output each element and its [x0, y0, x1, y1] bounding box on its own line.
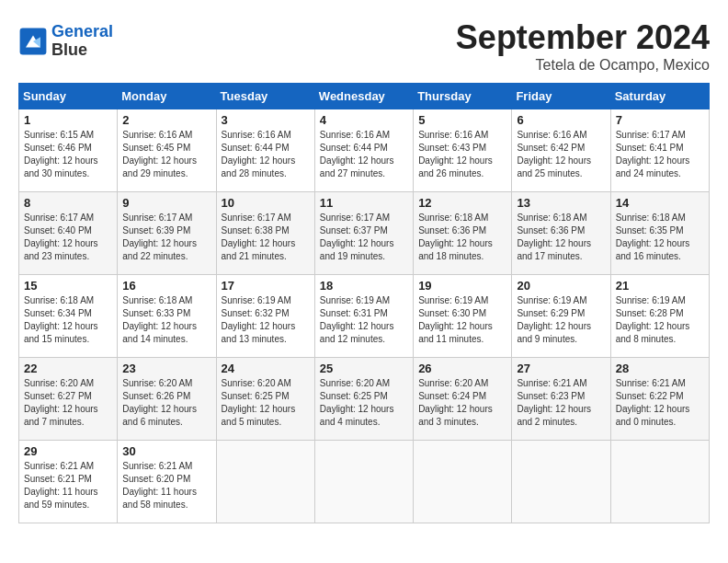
- calendar-cell-22: 22Sunrise: 6:20 AM Sunset: 6:27 PM Dayli…: [19, 358, 118, 441]
- weekday-header-tuesday: Tuesday: [216, 84, 314, 109]
- calendar-cell-11: 11Sunrise: 6:17 AM Sunset: 6:37 PM Dayli…: [314, 192, 413, 275]
- calendar-cell-28: 28Sunrise: 6:21 AM Sunset: 6:22 PM Dayli…: [610, 358, 709, 441]
- calendar-cell-21: 21Sunrise: 6:19 AM Sunset: 6:28 PM Dayli…: [610, 275, 709, 358]
- day-text-21: Sunrise: 6:19 AM Sunset: 6:28 PM Dayligh…: [616, 294, 704, 346]
- day-number-3: 3: [222, 113, 310, 127]
- day-number-14: 14: [616, 196, 704, 210]
- day-number-24: 24: [222, 362, 310, 375]
- calendar-cell-19: 19Sunrise: 6:19 AM Sunset: 6:30 PM Dayli…: [414, 275, 512, 358]
- day-number-25: 25: [320, 362, 408, 375]
- day-number-23: 23: [122, 362, 210, 375]
- month-title: September 2024: [456, 18, 710, 57]
- calendar-cell-15: 15Sunrise: 6:18 AM Sunset: 6:34 PM Dayli…: [19, 275, 118, 358]
- calendar-cell-26: 26Sunrise: 6:20 AM Sunset: 6:24 PM Dayli…: [414, 358, 512, 441]
- weekday-header-friday: Friday: [512, 84, 610, 109]
- day-number-13: 13: [517, 196, 605, 210]
- day-text-1: Sunrise: 6:15 AM Sunset: 6:46 PM Dayligh…: [24, 129, 112, 180]
- day-number-30: 30: [122, 444, 210, 458]
- calendar-cell-empty-4-3: [314, 441, 413, 523]
- calendar-cell-23: 23Sunrise: 6:20 AM Sunset: 6:26 PM Dayli…: [118, 358, 216, 441]
- day-text-5: Sunrise: 6:16 AM Sunset: 6:43 PM Dayligh…: [418, 129, 506, 180]
- calendar-week-4: 22Sunrise: 6:20 AM Sunset: 6:27 PM Dayli…: [19, 358, 710, 441]
- day-text-2: Sunrise: 6:16 AM Sunset: 6:45 PM Dayligh…: [122, 129, 210, 180]
- calendar-cell-25: 25Sunrise: 6:20 AM Sunset: 6:25 PM Dayli…: [314, 358, 413, 441]
- calendar-cell-7: 7Sunrise: 6:17 AM Sunset: 6:41 PM Daylig…: [610, 109, 709, 192]
- calendar-cell-9: 9Sunrise: 6:17 AM Sunset: 6:39 PM Daylig…: [118, 192, 216, 275]
- calendar-cell-10: 10Sunrise: 6:17 AM Sunset: 6:38 PM Dayli…: [216, 192, 314, 275]
- day-text-12: Sunrise: 6:18 AM Sunset: 6:36 PM Dayligh…: [418, 212, 506, 263]
- day-number-2: 2: [122, 113, 210, 127]
- day-number-22: 22: [24, 362, 112, 375]
- logo: General Blue: [18, 23, 113, 60]
- calendar-cell-empty-4-4: [414, 441, 512, 523]
- day-text-17: Sunrise: 6:19 AM Sunset: 6:32 PM Dayligh…: [222, 294, 310, 346]
- calendar-cell-5: 5Sunrise: 6:16 AM Sunset: 6:43 PM Daylig…: [414, 109, 512, 192]
- calendar-cell-27: 27Sunrise: 6:21 AM Sunset: 6:23 PM Dayli…: [512, 358, 610, 441]
- day-number-17: 17: [222, 279, 310, 293]
- weekday-header-wednesday: Wednesday: [314, 84, 413, 109]
- day-text-4: Sunrise: 6:16 AM Sunset: 6:44 PM Dayligh…: [320, 129, 408, 180]
- calendar-week-3: 15Sunrise: 6:18 AM Sunset: 6:34 PM Dayli…: [19, 275, 710, 358]
- day-number-10: 10: [222, 196, 310, 210]
- day-number-27: 27: [517, 362, 605, 375]
- calendar-cell-12: 12Sunrise: 6:18 AM Sunset: 6:36 PM Dayli…: [414, 192, 512, 275]
- calendar-cell-8: 8Sunrise: 6:17 AM Sunset: 6:40 PM Daylig…: [19, 192, 118, 275]
- title-block: September 2024 Tetela de Ocampo, Mexico: [456, 18, 710, 74]
- calendar-table: SundayMondayTuesdayWednesdayThursdayFrid…: [18, 83, 710, 523]
- day-text-9: Sunrise: 6:17 AM Sunset: 6:39 PM Dayligh…: [122, 212, 210, 263]
- day-number-12: 12: [418, 196, 506, 210]
- weekday-header-row: SundayMondayTuesdayWednesdayThursdayFrid…: [19, 84, 710, 109]
- day-text-30: Sunrise: 6:21 AM Sunset: 6:20 PM Dayligh…: [122, 460, 210, 511]
- day-number-29: 29: [24, 444, 112, 458]
- day-number-19: 19: [418, 279, 506, 293]
- calendar-cell-16: 16Sunrise: 6:18 AM Sunset: 6:33 PM Dayli…: [118, 275, 216, 358]
- day-text-27: Sunrise: 6:21 AM Sunset: 6:23 PM Dayligh…: [517, 377, 605, 429]
- day-text-22: Sunrise: 6:20 AM Sunset: 6:27 PM Dayligh…: [24, 377, 112, 429]
- calendar-cell-2: 2Sunrise: 6:16 AM Sunset: 6:45 PM Daylig…: [118, 109, 216, 192]
- calendar-cell-6: 6Sunrise: 6:16 AM Sunset: 6:42 PM Daylig…: [512, 109, 610, 192]
- weekday-header-monday: Monday: [118, 84, 216, 109]
- day-number-15: 15: [24, 279, 112, 293]
- day-number-9: 9: [122, 196, 210, 210]
- day-text-14: Sunrise: 6:18 AM Sunset: 6:35 PM Dayligh…: [616, 212, 704, 263]
- day-text-26: Sunrise: 6:20 AM Sunset: 6:24 PM Dayligh…: [418, 377, 506, 429]
- calendar-cell-empty-4-6: [610, 441, 709, 523]
- calendar-cell-3: 3Sunrise: 6:16 AM Sunset: 6:44 PM Daylig…: [216, 109, 314, 192]
- day-text-8: Sunrise: 6:17 AM Sunset: 6:40 PM Dayligh…: [24, 212, 112, 263]
- calendar-week-2: 8Sunrise: 6:17 AM Sunset: 6:40 PM Daylig…: [19, 192, 710, 275]
- logo-icon: [18, 27, 48, 56]
- calendar-cell-24: 24Sunrise: 6:20 AM Sunset: 6:25 PM Dayli…: [216, 358, 314, 441]
- calendar-week-5: 29Sunrise: 6:21 AM Sunset: 6:21 PM Dayli…: [19, 441, 710, 523]
- day-number-7: 7: [616, 113, 704, 127]
- day-text-18: Sunrise: 6:19 AM Sunset: 6:31 PM Dayligh…: [320, 294, 408, 346]
- day-text-23: Sunrise: 6:20 AM Sunset: 6:26 PM Dayligh…: [122, 377, 210, 429]
- page-header: General Blue September 2024 Tetela de Oc…: [18, 18, 710, 74]
- day-text-16: Sunrise: 6:18 AM Sunset: 6:33 PM Dayligh…: [122, 294, 210, 346]
- day-number-26: 26: [418, 362, 506, 375]
- day-number-4: 4: [320, 113, 408, 127]
- weekday-header-thursday: Thursday: [414, 84, 512, 109]
- calendar-cell-17: 17Sunrise: 6:19 AM Sunset: 6:32 PM Dayli…: [216, 275, 314, 358]
- day-number-20: 20: [517, 279, 605, 293]
- calendar-cell-empty-4-5: [512, 441, 610, 523]
- day-text-3: Sunrise: 6:16 AM Sunset: 6:44 PM Dayligh…: [222, 129, 310, 180]
- day-number-11: 11: [320, 196, 408, 210]
- day-number-1: 1: [24, 113, 112, 127]
- calendar-cell-20: 20Sunrise: 6:19 AM Sunset: 6:29 PM Dayli…: [512, 275, 610, 358]
- day-text-20: Sunrise: 6:19 AM Sunset: 6:29 PM Dayligh…: [517, 294, 605, 346]
- logo-text: General Blue: [51, 23, 113, 60]
- day-text-24: Sunrise: 6:20 AM Sunset: 6:25 PM Dayligh…: [222, 377, 310, 429]
- day-number-21: 21: [616, 279, 704, 293]
- weekday-header-saturday: Saturday: [610, 84, 709, 109]
- calendar-cell-18: 18Sunrise: 6:19 AM Sunset: 6:31 PM Dayli…: [314, 275, 413, 358]
- calendar-cell-14: 14Sunrise: 6:18 AM Sunset: 6:35 PM Dayli…: [610, 192, 709, 275]
- calendar-cell-29: 29Sunrise: 6:21 AM Sunset: 6:21 PM Dayli…: [19, 441, 118, 523]
- day-text-10: Sunrise: 6:17 AM Sunset: 6:38 PM Dayligh…: [222, 212, 310, 263]
- day-number-8: 8: [24, 196, 112, 210]
- calendar-cell-13: 13Sunrise: 6:18 AM Sunset: 6:36 PM Dayli…: [512, 192, 610, 275]
- day-text-25: Sunrise: 6:20 AM Sunset: 6:25 PM Dayligh…: [320, 377, 408, 429]
- day-text-6: Sunrise: 6:16 AM Sunset: 6:42 PM Dayligh…: [517, 129, 605, 180]
- day-text-11: Sunrise: 6:17 AM Sunset: 6:37 PM Dayligh…: [320, 212, 408, 263]
- day-number-6: 6: [517, 113, 605, 127]
- weekday-header-sunday: Sunday: [19, 84, 118, 109]
